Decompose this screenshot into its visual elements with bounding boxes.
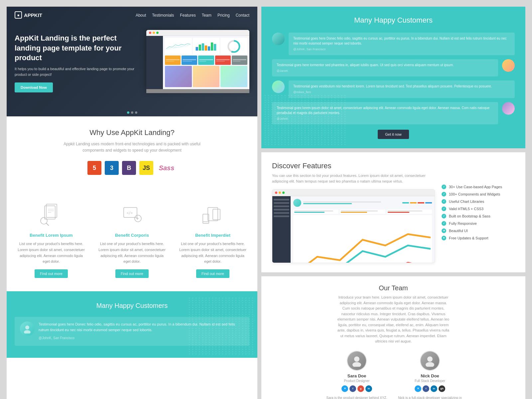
nav-contact[interactable]: Contact: [236, 13, 249, 18]
features-section: Discover Features You can use this secti…: [261, 152, 525, 272]
fm-si-4: [274, 209, 289, 210]
fm-si-6: [274, 215, 289, 217]
social-x-1[interactable]: ✕: [341, 385, 348, 392]
js-badge: JS: [139, 161, 153, 175]
feature-item-2: ✓ 100+ Components and Widgets: [442, 192, 515, 197]
team-members: Sara Doe Product Designer ✕ f g in Sara …: [272, 351, 515, 399]
t-avatar-4: [502, 102, 515, 115]
feature-label-3: Useful Chart Libraries: [449, 200, 484, 203]
svg-rect-22: [213, 209, 220, 220]
chart-area-3: [220, 38, 247, 55]
nav-team[interactable]: Team: [202, 13, 211, 18]
feature-label-1: 30+ Use Case-based App Pages: [449, 185, 502, 189]
fm-chart-row: [293, 215, 432, 263]
testimonial-author-left: @JohnK, San Francisco: [39, 336, 74, 340]
find-more-button-3[interactable]: Find out more: [196, 269, 229, 278]
img-placeholder-2: [193, 66, 220, 87]
app-logo: ■ APPKIT: [15, 11, 42, 19]
stat-card-5: [232, 56, 247, 65]
feature-item-3: ✓ Useful Chart Libraries: [442, 199, 515, 204]
social-gh-2[interactable]: gh: [439, 385, 445, 392]
tech-icons: 5 3 B JS Sass: [17, 161, 247, 175]
stat-card-1: [165, 56, 181, 65]
stat-card-4: [215, 56, 231, 65]
dot-3[interactable]: [135, 111, 137, 114]
svg-line-15: [46, 223, 49, 225]
social-icons-1: ✕ f g in: [324, 385, 390, 392]
dot-yellow: [153, 32, 155, 34]
member-avatar-1: [347, 351, 367, 371]
download-button[interactable]: Download Now: [15, 82, 53, 92]
benefit-icon-2: </>: [117, 201, 147, 228]
nav-features[interactable]: Features: [180, 13, 196, 18]
css3-badge: 3: [105, 161, 119, 175]
mockup-row-1: [165, 38, 247, 55]
member-desc-1: Sara is the product designer behind XYZ.…: [324, 395, 390, 399]
features-left: Discover Features You can use this secti…: [272, 162, 435, 263]
social-g-1[interactable]: g: [357, 385, 364, 392]
t-text-2: Testimonial goes here tormentor sed phar…: [277, 63, 454, 67]
dot-2[interactable]: [131, 111, 133, 114]
svg-text:</>: </>: [127, 211, 133, 215]
benefits-section: Benefit Lorem Ipsum List one of your pro…: [7, 195, 257, 291]
fm-stats-row: [293, 209, 432, 214]
benefit-card-3: Benefit Imperdiet List one of your produ…: [175, 198, 251, 281]
mockup-stand: [146, 89, 249, 93]
feature-item-4: ✓ Valid HTML5 + CSS3: [442, 206, 515, 211]
hero-mockup: [146, 30, 249, 93]
nav-testimonials[interactable]: Testimonials: [152, 13, 174, 18]
benefit-icon-3: [198, 201, 228, 228]
team-member-2: Nick Doe Full Stack Developer ✕ f in gh …: [397, 351, 463, 399]
member-avatar-img-1: [347, 351, 366, 370]
dot-1[interactable]: [127, 111, 129, 114]
svg-rect-0: [196, 47, 198, 51]
benefit-desc-2: List one of your product's benefits here…: [97, 241, 167, 264]
social-f-1[interactable]: f: [349, 385, 356, 392]
why-title: Why Use AppKit Landing?: [17, 128, 247, 137]
find-more-button-1[interactable]: Find out more: [35, 269, 68, 278]
check-icon-1: ✓: [442, 185, 446, 189]
customers-right-title: Many Happy Customers: [272, 16, 515, 25]
benefit-title-1: Benefit Lorem Ipsum: [17, 233, 86, 238]
right-panel: const crDm = document.querySelector('.cr…: [261, 7, 525, 399]
features-description: You can use this section to list your pr…: [272, 173, 435, 184]
svg-point-28: [352, 362, 361, 367]
hero-text: AppKit Landing is the perfect landing pa…: [15, 30, 140, 92]
testimonial-item-1: Testimonial goes here Donec felio odio, …: [272, 33, 515, 55]
mockup-row-2: [165, 56, 247, 65]
nav-about[interactable]: About: [136, 13, 146, 18]
check-icon-2: ✓: [442, 192, 446, 197]
testimonial-bubble-2: Testimonial goes here tormentor sed phar…: [272, 59, 498, 77]
features-title: Discover Features: [272, 162, 435, 170]
nav-pricing[interactable]: Pricing: [217, 13, 230, 18]
sass-badge: Sass: [157, 161, 177, 175]
find-more-button-2[interactable]: Find out more: [115, 269, 149, 278]
fm-content: [272, 196, 435, 263]
social-f-2[interactable]: f: [423, 385, 429, 392]
social-d-2[interactable]: in: [431, 385, 437, 392]
customers-left-section: // Generate dots const dm = document.que…: [7, 291, 257, 358]
hero-section: ■ APPKIT About Testimonials Features Tea…: [7, 7, 257, 116]
logo-icon: ■: [15, 11, 22, 19]
fm-sidebar: [272, 196, 291, 263]
get-it-button[interactable]: Get it now: [378, 130, 409, 139]
team-section: Our Team Introduce your team here. Lorem…: [261, 276, 525, 399]
social-d-1[interactable]: in: [365, 385, 372, 392]
dotmap-decoration: // Generate dots const dm = document.que…: [186, 294, 257, 358]
mockup-content: [146, 36, 249, 89]
avatar-placeholder: [20, 322, 35, 336]
benefit-title-2: Benefit Corporis: [97, 233, 167, 238]
img-placeholder-1: [165, 66, 192, 87]
mockup-main: [163, 36, 249, 89]
t-text-1: Testimonial goes here Donec felio odio, …: [293, 37, 506, 45]
check-icon-4: ✓: [442, 206, 446, 211]
fm-main: [291, 196, 435, 263]
hero-dots: [7, 109, 257, 116]
fm-si-2: [274, 202, 289, 204]
fm-si-3: [274, 205, 289, 207]
benefit-card-2: </> Benefit Corporis List one of your pr…: [94, 198, 170, 281]
hero-title: AppKit Landing is the perfect landing pa…: [15, 33, 140, 63]
feature-item-6: ✓ Fully Responsive: [442, 221, 515, 226]
social-x-2[interactable]: ✕: [415, 385, 421, 392]
feature-item-8: ♥ Free Updates & Support: [442, 236, 515, 240]
